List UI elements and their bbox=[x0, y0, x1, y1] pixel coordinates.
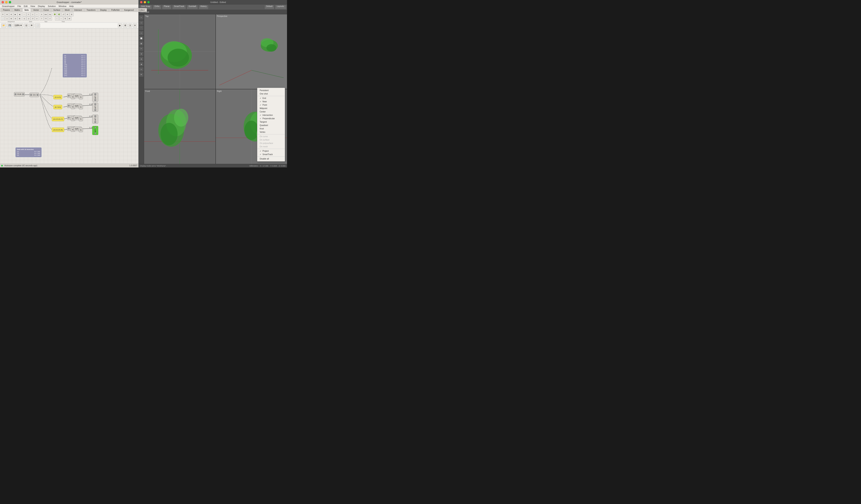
maximize-button[interactable] bbox=[9, 1, 11, 3]
tab-kangaroo2[interactable]: Kangaroo2 bbox=[122, 8, 136, 12]
planar-btn[interactable]: Planar bbox=[162, 5, 172, 9]
loft-node-3[interactable]: Loft bbox=[92, 114, 98, 124]
display-tool[interactable]: 👁 bbox=[139, 72, 144, 77]
toolbar-btn-tr8[interactable]: ⇅ bbox=[64, 16, 67, 21]
tab-display[interactable]: Display bbox=[98, 8, 109, 12]
context-vertex[interactable]: Vertex bbox=[257, 131, 285, 134]
toolbar-btn-1[interactable]: ⟳ bbox=[1, 12, 5, 16]
context-knot[interactable]: Knot bbox=[257, 127, 285, 131]
context-project[interactable]: Project bbox=[257, 149, 285, 153]
list-node-4[interactable]: {19,20,25,26} bbox=[52, 127, 64, 132]
toggle-preview-btn[interactable]: 👁 bbox=[29, 24, 34, 28]
toolbar-btn-s2[interactable]: ≡ bbox=[27, 12, 30, 16]
rhino-command-line[interactable]: Command: bbox=[138, 10, 287, 14]
n-node-4[interactable]: N bbox=[79, 128, 83, 132]
stop-btn[interactable]: ⬜ bbox=[35, 24, 40, 28]
toolbar-btn-5[interactable]: ◀ bbox=[17, 12, 22, 16]
tab-curve[interactable]: Curve bbox=[41, 8, 51, 12]
viewport-front[interactable]: Front bbox=[144, 89, 216, 164]
draft-tool[interactable]: ✏ bbox=[139, 67, 144, 72]
tab-surface[interactable]: Surface bbox=[51, 8, 63, 12]
toolbar-btn-7[interactable]: ◻ bbox=[5, 16, 9, 21]
gh-canvas[interactable]: (5)N = 1 (4)N = 1 (7)N = 1 (8)N = 1 (9)N… bbox=[0, 28, 138, 163]
curve-tool[interactable]: ⌒ bbox=[139, 26, 144, 30]
tab-sets[interactable]: Sets bbox=[22, 8, 31, 12]
toolbar-btn-2[interactable]: ⊕ bbox=[5, 12, 9, 16]
tab-params[interactable]: Params bbox=[1, 8, 12, 12]
toolbar-btn-8[interactable]: ⊞ bbox=[9, 16, 13, 21]
rhino-close-btn[interactable] bbox=[140, 1, 142, 3]
smarttrack-btn[interactable]: SmartTrack bbox=[172, 5, 186, 9]
toolbar-btn-s6[interactable]: ⊇ bbox=[27, 16, 30, 21]
toolbar-btn-t6[interactable]: ≠ bbox=[48, 16, 52, 21]
toolbar-btn-9[interactable]: ⊟ bbox=[13, 16, 17, 21]
tab-intersect[interactable]: Intersect bbox=[72, 8, 84, 12]
viewport-perspective[interactable]: Perspective bbox=[216, 14, 287, 89]
context-tangent[interactable]: Tangent bbox=[257, 120, 285, 124]
context-intersection[interactable]: Intersection bbox=[257, 113, 285, 117]
history-btn[interactable]: History bbox=[199, 5, 208, 9]
toolbar-btn-4[interactable]: ▶ bbox=[13, 12, 17, 16]
toolbar-btn-tr6[interactable]: ↕ bbox=[55, 16, 59, 21]
toolbar-btn-10[interactable]: ⊠ bbox=[17, 16, 22, 21]
n-node-3[interactable]: N bbox=[79, 117, 83, 121]
plrt-node[interactable]: PLRt bbox=[14, 92, 25, 96]
render-tool[interactable]: ◉ bbox=[139, 62, 144, 67]
toolbar-btn-tr3[interactable]: ⎇ bbox=[61, 12, 65, 16]
toolbar-btn-s3[interactable]: ∪ bbox=[31, 12, 35, 16]
rhino-min-btn[interactable] bbox=[144, 1, 146, 3]
list-node-1[interactable]: {2,3,4,5} bbox=[53, 95, 62, 99]
default-btn[interactable]: Default bbox=[264, 5, 274, 9]
info-btn[interactable]: ℹ bbox=[128, 24, 132, 28]
open-btn[interactable]: 📂 bbox=[1, 24, 6, 28]
tab-transform[interactable]: Transform bbox=[84, 8, 98, 12]
polygon-tool[interactable]: ⬡ bbox=[139, 21, 144, 25]
toolbar-btn-t2[interactable]: abc bbox=[44, 12, 48, 16]
toolbar-btn-t5[interactable]: TT bbox=[44, 16, 48, 21]
tab-collect[interactable]: Collect bbox=[136, 8, 147, 12]
toolbar-btn-s1[interactable]: ⋯ bbox=[22, 12, 26, 16]
viewport-top[interactable]: Top bbox=[144, 14, 216, 89]
toolbar-btn-s7[interactable]: ∅ bbox=[31, 16, 35, 21]
minimize-button[interactable] bbox=[5, 1, 8, 3]
menu-help[interactable]: Help bbox=[68, 5, 75, 8]
context-center[interactable]: Center bbox=[257, 110, 285, 113]
context-one-shot[interactable]: One shot bbox=[257, 92, 285, 95]
toolbar-btn-tr5[interactable]: ⊗ bbox=[70, 12, 73, 16]
context-persistent[interactable]: Persistent bbox=[257, 89, 285, 92]
toolbar-btn-s8[interactable]: ⊎ bbox=[35, 16, 39, 21]
tab-pufferfish[interactable]: Pufferfish bbox=[109, 8, 122, 12]
select-tool[interactable]: ↖ bbox=[139, 15, 144, 20]
toolbar-btn-tr7[interactable]: ↔ bbox=[59, 16, 63, 21]
context-quadrant[interactable]: Quadrant bbox=[257, 124, 285, 127]
tab-maths[interactable]: Maths bbox=[12, 8, 22, 12]
list-node-3[interactable]: {14,15,16,17} bbox=[52, 117, 64, 121]
toolbar-btn-tr1[interactable]: 🌳 bbox=[53, 12, 57, 16]
context-point[interactable]: Point bbox=[257, 103, 285, 107]
context-smarttrack[interactable]: SmartTrack bbox=[257, 153, 285, 156]
n-node-1[interactable]: N bbox=[79, 95, 83, 99]
tab-mesh[interactable]: Mesh bbox=[63, 8, 72, 12]
toolbar-btn-tr2[interactable]: 🌿 bbox=[57, 12, 61, 16]
loft-node-2[interactable]: Loft bbox=[92, 103, 98, 112]
toolbar-btn-tr4[interactable]: ⊕ bbox=[65, 12, 69, 16]
save-btn[interactable]: 💾 bbox=[7, 24, 12, 28]
toolbar-btn-s5[interactable]: ⊆ bbox=[22, 16, 26, 21]
context-disable-all[interactable]: Disable all bbox=[257, 157, 285, 161]
toolbar-btn-t1[interactable]: A bbox=[40, 12, 44, 16]
context-near[interactable]: Near bbox=[257, 100, 285, 103]
toolbar-btn-tr9[interactable]: ⇄ bbox=[68, 16, 71, 21]
context-midpoint[interactable]: Midpoint bbox=[257, 107, 285, 110]
toolbar-btn-3[interactable]: ⊗ bbox=[9, 12, 13, 16]
menu-edit[interactable]: Edit bbox=[23, 5, 29, 8]
menu-solution[interactable]: Solution bbox=[46, 5, 57, 8]
menu-window[interactable]: Window bbox=[57, 5, 68, 8]
transform-tool[interactable]: ⊕ bbox=[139, 52, 144, 56]
mesh-tool[interactable]: ▦ bbox=[139, 41, 144, 46]
context-perpendicular[interactable]: Perpendicular bbox=[257, 117, 285, 120]
loft-node-1[interactable]: Loft bbox=[92, 93, 98, 102]
n-node-2[interactable]: N bbox=[79, 105, 83, 109]
settings-btn[interactable]: ⚙ bbox=[123, 24, 127, 28]
analyze-tool[interactable]: ⊗ bbox=[139, 57, 144, 62]
run-btn[interactable]: ▶ bbox=[118, 24, 122, 28]
